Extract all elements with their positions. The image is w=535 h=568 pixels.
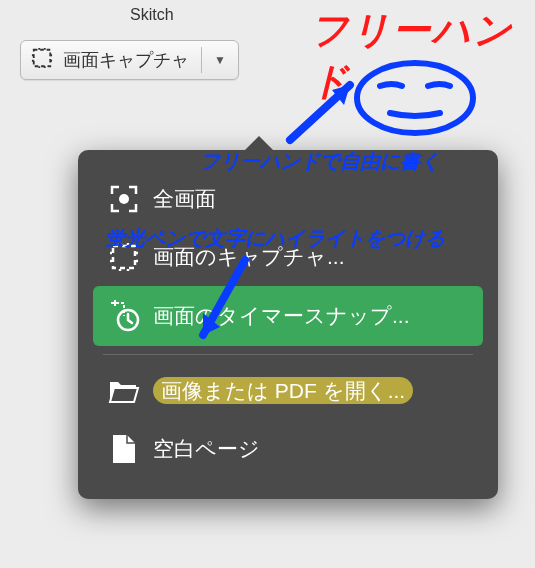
menu-item-timer-snap[interactable]: 画面のタイマースナップ... <box>93 286 483 346</box>
chevron-down-icon: ▼ <box>214 53 226 67</box>
menu-item-blank-page[interactable]: 空白ページ <box>93 419 483 479</box>
svg-rect-0 <box>34 49 51 66</box>
menu-item-label: 空白ページ <box>153 435 260 463</box>
annotation-arrow-to-highlight <box>185 255 265 359</box>
capture-dropdown-menu: 全画面 画面のキャプチャ... 画面のタイマースナップ... 画像または PDF… <box>78 150 498 499</box>
menu-item-label: 画像または PDF を開く... <box>153 377 413 405</box>
crop-selection-icon <box>103 242 145 272</box>
screen-capture-dropdown-button[interactable]: 画面キャプチャ ▼ <box>20 40 239 80</box>
highlighted-text: 画像または PDF を開く... <box>153 377 413 404</box>
timer-icon <box>103 300 145 332</box>
fullscreen-icon <box>103 184 145 214</box>
menu-item-fullscreen[interactable]: 全画面 <box>93 170 483 228</box>
button-divider <box>201 47 202 73</box>
svg-point-4 <box>357 63 473 133</box>
menu-item-open-image-pdf[interactable]: 画像または PDF を開く... <box>93 363 483 419</box>
menu-item-label: 全画面 <box>153 185 216 213</box>
menu-divider <box>103 354 473 355</box>
crop-selection-icon <box>31 47 53 74</box>
annotation-arrow-to-face <box>280 70 370 154</box>
titlebar: Skitch <box>0 0 535 30</box>
folder-open-icon <box>103 378 145 404</box>
blank-page-icon <box>103 433 145 465</box>
svg-point-1 <box>119 194 129 204</box>
app-title: Skitch <box>130 6 174 24</box>
svg-rect-2 <box>113 246 135 268</box>
menu-item-screen-capture[interactable]: 画面のキャプチャ... <box>93 228 483 286</box>
capture-button-label: 画面キャプチャ <box>63 48 189 72</box>
